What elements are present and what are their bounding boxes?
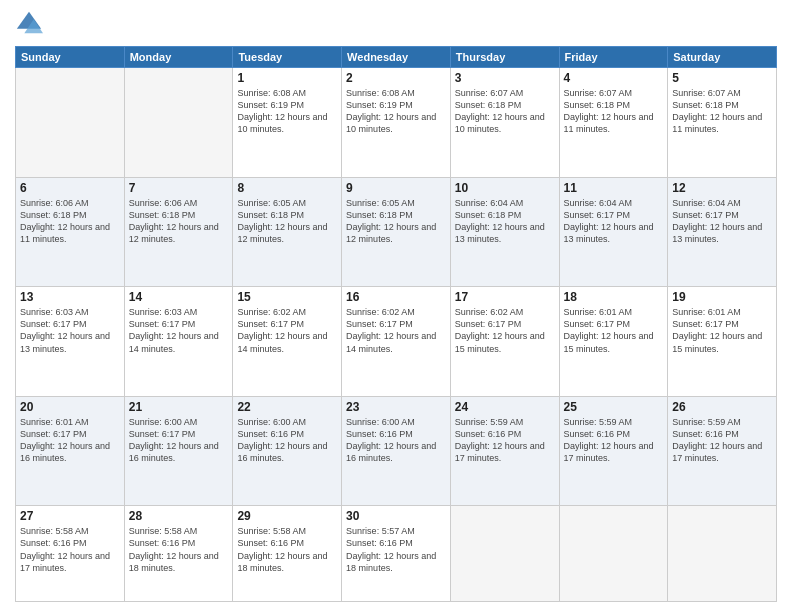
day-number: 14 [129, 290, 229, 304]
day-number: 24 [455, 400, 555, 414]
calendar-cell: 8Sunrise: 6:05 AMSunset: 6:18 PMDaylight… [233, 177, 342, 287]
calendar-cell: 27Sunrise: 5:58 AMSunset: 6:16 PMDayligh… [16, 506, 125, 602]
day-number: 12 [672, 181, 772, 195]
calendar-cell: 29Sunrise: 5:58 AMSunset: 6:16 PMDayligh… [233, 506, 342, 602]
day-info: Sunrise: 6:05 AMSunset: 6:18 PMDaylight:… [346, 197, 446, 246]
day-info: Sunrise: 5:59 AMSunset: 6:16 PMDaylight:… [672, 416, 772, 465]
day-info: Sunrise: 6:01 AMSunset: 6:17 PMDaylight:… [564, 306, 664, 355]
calendar-cell: 15Sunrise: 6:02 AMSunset: 6:17 PMDayligh… [233, 287, 342, 397]
header [15, 10, 777, 38]
day-info: Sunrise: 6:02 AMSunset: 6:17 PMDaylight:… [455, 306, 555, 355]
day-info: Sunrise: 6:07 AMSunset: 6:18 PMDaylight:… [672, 87, 772, 136]
calendar-cell: 13Sunrise: 6:03 AMSunset: 6:17 PMDayligh… [16, 287, 125, 397]
calendar-cell [450, 506, 559, 602]
col-header-saturday: Saturday [668, 47, 777, 68]
calendar-cell: 4Sunrise: 6:07 AMSunset: 6:18 PMDaylight… [559, 68, 668, 178]
day-number: 23 [346, 400, 446, 414]
day-number: 21 [129, 400, 229, 414]
calendar-cell: 7Sunrise: 6:06 AMSunset: 6:18 PMDaylight… [124, 177, 233, 287]
calendar-cell [559, 506, 668, 602]
day-number: 19 [672, 290, 772, 304]
calendar-cell: 19Sunrise: 6:01 AMSunset: 6:17 PMDayligh… [668, 287, 777, 397]
calendar-cell: 1Sunrise: 6:08 AMSunset: 6:19 PMDaylight… [233, 68, 342, 178]
day-info: Sunrise: 6:06 AMSunset: 6:18 PMDaylight:… [129, 197, 229, 246]
calendar-cell: 20Sunrise: 6:01 AMSunset: 6:17 PMDayligh… [16, 396, 125, 506]
day-info: Sunrise: 6:04 AMSunset: 6:17 PMDaylight:… [672, 197, 772, 246]
day-info: Sunrise: 6:03 AMSunset: 6:17 PMDaylight:… [20, 306, 120, 355]
day-number: 13 [20, 290, 120, 304]
col-header-wednesday: Wednesday [342, 47, 451, 68]
day-number: 7 [129, 181, 229, 195]
calendar-header-row: SundayMondayTuesdayWednesdayThursdayFrid… [16, 47, 777, 68]
calendar-cell: 16Sunrise: 6:02 AMSunset: 6:17 PMDayligh… [342, 287, 451, 397]
calendar-week-row: 13Sunrise: 6:03 AMSunset: 6:17 PMDayligh… [16, 287, 777, 397]
calendar-cell: 25Sunrise: 5:59 AMSunset: 6:16 PMDayligh… [559, 396, 668, 506]
day-info: Sunrise: 6:03 AMSunset: 6:17 PMDaylight:… [129, 306, 229, 355]
calendar-cell [668, 506, 777, 602]
day-number: 27 [20, 509, 120, 523]
day-info: Sunrise: 6:08 AMSunset: 6:19 PMDaylight:… [237, 87, 337, 136]
calendar-table: SundayMondayTuesdayWednesdayThursdayFrid… [15, 46, 777, 602]
col-header-sunday: Sunday [16, 47, 125, 68]
day-number: 11 [564, 181, 664, 195]
calendar-week-row: 20Sunrise: 6:01 AMSunset: 6:17 PMDayligh… [16, 396, 777, 506]
day-info: Sunrise: 6:07 AMSunset: 6:18 PMDaylight:… [564, 87, 664, 136]
day-number: 25 [564, 400, 664, 414]
page: SundayMondayTuesdayWednesdayThursdayFrid… [0, 0, 792, 612]
day-number: 10 [455, 181, 555, 195]
day-info: Sunrise: 5:58 AMSunset: 6:16 PMDaylight:… [237, 525, 337, 574]
day-info: Sunrise: 6:04 AMSunset: 6:18 PMDaylight:… [455, 197, 555, 246]
calendar-cell: 28Sunrise: 5:58 AMSunset: 6:16 PMDayligh… [124, 506, 233, 602]
day-number: 3 [455, 71, 555, 85]
day-number: 1 [237, 71, 337, 85]
day-number: 8 [237, 181, 337, 195]
day-info: Sunrise: 6:00 AMSunset: 6:16 PMDaylight:… [346, 416, 446, 465]
day-number: 29 [237, 509, 337, 523]
day-info: Sunrise: 6:06 AMSunset: 6:18 PMDaylight:… [20, 197, 120, 246]
logo-icon [15, 10, 43, 38]
col-header-tuesday: Tuesday [233, 47, 342, 68]
day-number: 22 [237, 400, 337, 414]
calendar-cell: 23Sunrise: 6:00 AMSunset: 6:16 PMDayligh… [342, 396, 451, 506]
day-number: 15 [237, 290, 337, 304]
calendar-cell: 21Sunrise: 6:00 AMSunset: 6:17 PMDayligh… [124, 396, 233, 506]
calendar-cell: 10Sunrise: 6:04 AMSunset: 6:18 PMDayligh… [450, 177, 559, 287]
day-number: 18 [564, 290, 664, 304]
day-number: 26 [672, 400, 772, 414]
calendar-cell [124, 68, 233, 178]
day-number: 9 [346, 181, 446, 195]
day-info: Sunrise: 6:05 AMSunset: 6:18 PMDaylight:… [237, 197, 337, 246]
day-number: 17 [455, 290, 555, 304]
calendar-cell: 12Sunrise: 6:04 AMSunset: 6:17 PMDayligh… [668, 177, 777, 287]
calendar-cell: 6Sunrise: 6:06 AMSunset: 6:18 PMDaylight… [16, 177, 125, 287]
calendar-cell: 9Sunrise: 6:05 AMSunset: 6:18 PMDaylight… [342, 177, 451, 287]
day-number: 2 [346, 71, 446, 85]
day-info: Sunrise: 6:01 AMSunset: 6:17 PMDaylight:… [672, 306, 772, 355]
day-info: Sunrise: 6:02 AMSunset: 6:17 PMDaylight:… [346, 306, 446, 355]
calendar-week-row: 27Sunrise: 5:58 AMSunset: 6:16 PMDayligh… [16, 506, 777, 602]
calendar-cell: 18Sunrise: 6:01 AMSunset: 6:17 PMDayligh… [559, 287, 668, 397]
day-info: Sunrise: 5:58 AMSunset: 6:16 PMDaylight:… [129, 525, 229, 574]
day-info: Sunrise: 5:59 AMSunset: 6:16 PMDaylight:… [564, 416, 664, 465]
day-info: Sunrise: 5:57 AMSunset: 6:16 PMDaylight:… [346, 525, 446, 574]
day-number: 6 [20, 181, 120, 195]
day-info: Sunrise: 6:00 AMSunset: 6:17 PMDaylight:… [129, 416, 229, 465]
day-info: Sunrise: 5:59 AMSunset: 6:16 PMDaylight:… [455, 416, 555, 465]
day-info: Sunrise: 6:02 AMSunset: 6:17 PMDaylight:… [237, 306, 337, 355]
day-info: Sunrise: 6:07 AMSunset: 6:18 PMDaylight:… [455, 87, 555, 136]
day-info: Sunrise: 5:58 AMSunset: 6:16 PMDaylight:… [20, 525, 120, 574]
day-number: 28 [129, 509, 229, 523]
col-header-monday: Monday [124, 47, 233, 68]
day-info: Sunrise: 6:04 AMSunset: 6:17 PMDaylight:… [564, 197, 664, 246]
calendar-cell: 14Sunrise: 6:03 AMSunset: 6:17 PMDayligh… [124, 287, 233, 397]
day-info: Sunrise: 6:01 AMSunset: 6:17 PMDaylight:… [20, 416, 120, 465]
col-header-thursday: Thursday [450, 47, 559, 68]
day-number: 20 [20, 400, 120, 414]
calendar-cell: 30Sunrise: 5:57 AMSunset: 6:16 PMDayligh… [342, 506, 451, 602]
logo [15, 10, 47, 38]
calendar-week-row: 6Sunrise: 6:06 AMSunset: 6:18 PMDaylight… [16, 177, 777, 287]
calendar-cell: 3Sunrise: 6:07 AMSunset: 6:18 PMDaylight… [450, 68, 559, 178]
day-number: 16 [346, 290, 446, 304]
calendar-cell: 26Sunrise: 5:59 AMSunset: 6:16 PMDayligh… [668, 396, 777, 506]
day-info: Sunrise: 6:08 AMSunset: 6:19 PMDaylight:… [346, 87, 446, 136]
